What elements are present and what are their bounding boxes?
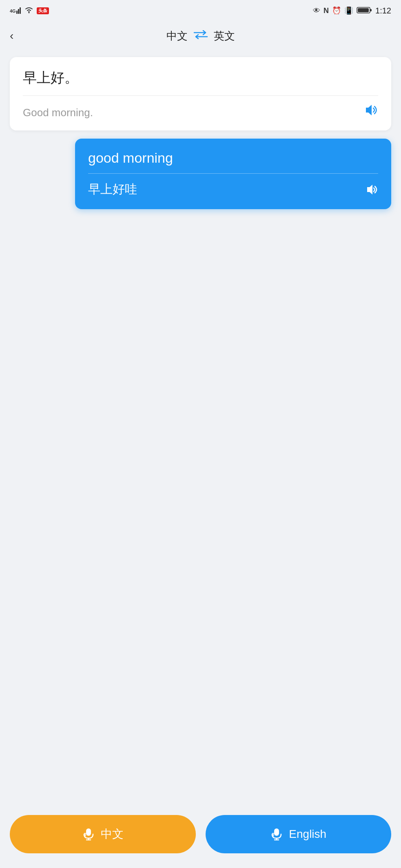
nav-title: 中文 英文 <box>166 29 235 43</box>
status-right: 👁 N ⏰ 📳 1:12 <box>313 6 391 15</box>
svg-rect-3 <box>20 7 21 14</box>
back-button[interactable]: ‹ <box>10 29 13 42</box>
svg-point-4 <box>29 12 30 13</box>
bottom-bar: 中文 English <box>0 807 401 868</box>
source-lang-label: 中文 <box>166 29 188 43</box>
svg-rect-7 <box>358 8 369 12</box>
english-mic-icon <box>270 828 283 841</box>
content-spacer <box>10 217 391 800</box>
dict-chinese-row: 早上好哇 <box>88 181 378 198</box>
dict-card: good morning 早上好哇 <box>75 139 391 209</box>
dict-tts-speaker-button[interactable] <box>366 184 378 198</box>
chinese-btn-label: 中文 <box>101 826 124 842</box>
chinese-mic-icon <box>82 828 95 841</box>
svg-rect-18 <box>274 828 279 836</box>
target-lang-label: 英文 <box>214 29 235 43</box>
nfc-icon: N <box>323 7 329 15</box>
status-bar: 4G 头条 👁 N ⏰ 📳 1:12 <box>0 0 401 21</box>
battery-icon <box>357 6 372 15</box>
card-divider <box>23 95 378 96</box>
chinese-input-button[interactable]: 中文 <box>10 815 196 853</box>
dict-chinese-translation: 早上好哇 <box>88 181 137 198</box>
main-content: 早上好。 Good morning. good morning 早上好哇 <box>0 51 401 807</box>
wifi-icon <box>24 6 34 15</box>
status-left: 4G 头条 <box>10 6 49 16</box>
svg-rect-6 <box>370 9 372 11</box>
tts-speaker-button[interactable] <box>364 104 378 119</box>
svg-text:4G: 4G <box>10 9 16 13</box>
signal-icon: 4G <box>10 6 21 16</box>
svg-rect-1 <box>16 11 18 14</box>
translated-text: Good morning. <box>23 106 93 119</box>
svg-rect-2 <box>18 9 19 14</box>
eye-icon: 👁 <box>313 7 320 15</box>
dict-divider <box>88 173 378 174</box>
source-text[interactable]: 早上好。 <box>23 68 378 87</box>
svg-marker-10 <box>366 105 372 115</box>
english-input-button[interactable]: English <box>206 815 392 853</box>
svg-rect-12 <box>86 828 91 836</box>
vibrate-icon: 📳 <box>344 6 353 15</box>
svg-marker-11 <box>367 185 372 194</box>
translation-card: 早上好。 Good morning. <box>10 57 391 130</box>
news-badge: 头条 <box>37 7 49 14</box>
translated-text-row: Good morning. <box>23 104 378 119</box>
nav-bar: ‹ 中文 英文 <box>0 21 401 51</box>
swap-lang-button[interactable] <box>193 30 208 42</box>
alarm-icon: ⏰ <box>332 6 341 15</box>
english-btn-label: English <box>289 828 326 841</box>
dict-english-word: good morning <box>88 150 378 166</box>
time-display: 1:12 <box>375 6 391 15</box>
